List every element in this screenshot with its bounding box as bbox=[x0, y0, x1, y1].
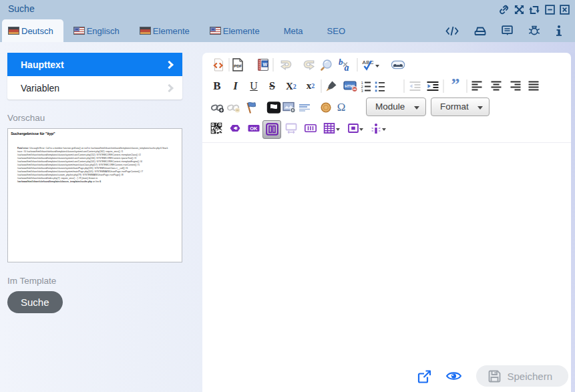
svg-text:ABC: ABC bbox=[363, 59, 374, 65]
svg-text:W: W bbox=[262, 62, 267, 67]
svg-text:a: a bbox=[345, 63, 349, 71]
svg-text:PDF: PDF bbox=[234, 64, 242, 68]
svg-text:OK: OK bbox=[250, 126, 258, 132]
svg-text:3: 3 bbox=[361, 89, 364, 92]
svg-text:b: b bbox=[339, 58, 343, 67]
